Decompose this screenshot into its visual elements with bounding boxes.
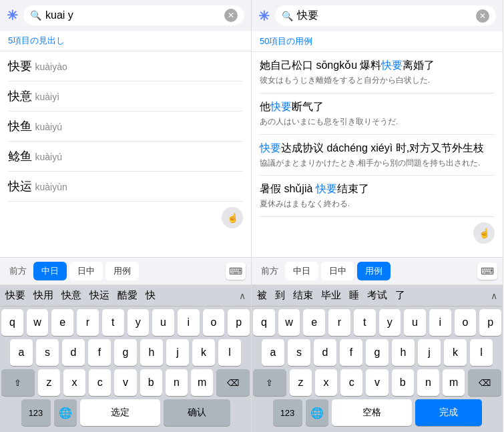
left-tab-rizhong[interactable]: 日中 [69, 262, 103, 280]
key-u[interactable]: u [152, 309, 174, 336]
right-key-b[interactable]: b [392, 369, 414, 396]
expand-suggestions-icon[interactable]: ∧ [239, 290, 246, 301]
key-b[interactable]: b [140, 369, 162, 396]
right-key-j[interactable]: j [418, 339, 441, 366]
right-key-n[interactable]: n [417, 369, 439, 396]
left-clear-button[interactable]: ✕ [224, 9, 238, 22]
right-key-g[interactable]: g [366, 339, 389, 366]
key-d[interactable]: d [62, 339, 85, 366]
key-c[interactable]: c [89, 369, 111, 396]
right-key-backspace[interactable]: ⌫ [468, 369, 501, 396]
key-z[interactable]: z [38, 369, 60, 396]
key-j[interactable]: j [166, 339, 189, 366]
key-r[interactable]: r [77, 309, 99, 336]
key-backspace[interactable]: ⌫ [216, 369, 250, 396]
suggestion-item[interactable]: 毕业 [321, 289, 341, 302]
key-e[interactable]: e [51, 309, 73, 336]
suggestion-item[interactable]: 到 [275, 289, 285, 302]
right-search-wrapper[interactable]: 🔍 快要 ✕ [275, 5, 496, 26]
right-tab-rizhong[interactable]: 日中 [321, 262, 354, 280]
key-q[interactable]: q [1, 309, 23, 336]
right-key-e[interactable]: e [303, 309, 325, 336]
left-tab-zhongri[interactable]: 中日 [33, 262, 67, 280]
key-m[interactable]: m [191, 369, 213, 396]
key-n[interactable]: n [166, 369, 188, 396]
right-key-done[interactable]: 完成 [415, 399, 482, 426]
suggestion-item[interactable]: 快运 [89, 289, 109, 302]
key-o[interactable]: o [203, 309, 225, 336]
list-item[interactable]: 快鱼 kuàiyú [8, 112, 243, 142]
key-x[interactable]: x [63, 369, 85, 396]
key-i[interactable]: i [178, 309, 200, 336]
key-globe[interactable]: 🌐 [54, 399, 77, 426]
example-item[interactable]: 快要达成协议 dáchéng xiéyì 时,对方又节外生枝 協議がまとまりかけ… [260, 135, 495, 176]
suggestion-item[interactable]: 酷愛 [117, 289, 138, 302]
right-tab-examples[interactable]: 用例 [357, 262, 391, 280]
right-key-w[interactable]: w [278, 309, 300, 336]
suggestion-item[interactable]: 了 [395, 289, 405, 302]
right-key-y[interactable]: y [379, 309, 401, 336]
right-key-s[interactable]: s [288, 339, 310, 366]
suggestion-item[interactable]: 快要 [5, 289, 25, 302]
right-key-123[interactable]: 123 [273, 399, 302, 426]
left-search-text[interactable]: kuai y [45, 9, 220, 21]
left-keyboard-toggle[interactable]: ⌨ [226, 262, 246, 280]
right-key-c[interactable]: c [340, 369, 362, 396]
key-g[interactable]: g [114, 339, 137, 366]
right-key-p[interactable]: p [479, 309, 501, 336]
right-keyboard-toggle[interactable]: ⌨ [477, 262, 497, 280]
key-s[interactable]: s [36, 339, 59, 366]
key-shift[interactable]: ⇧ [1, 369, 35, 396]
key-w[interactable]: w [27, 309, 49, 336]
key-p[interactable]: p [228, 309, 250, 336]
right-key-o[interactable]: o [455, 309, 477, 336]
key-select[interactable]: 选定 [80, 399, 160, 426]
left-tab-examples[interactable]: 用例 [105, 262, 139, 280]
key-t[interactable]: t [102, 309, 124, 336]
key-k[interactable]: k [192, 339, 215, 366]
right-key-globe[interactable]: 🌐 [306, 399, 328, 426]
right-key-m[interactable]: m [443, 369, 465, 396]
right-tab-zhongri[interactable]: 中日 [285, 262, 318, 280]
key-y[interactable]: y [128, 309, 150, 336]
right-key-r[interactable]: r [328, 309, 350, 336]
right-key-z[interactable]: z [290, 369, 312, 396]
suggestion-item[interactable]: 结束 [293, 289, 313, 302]
right-search-text[interactable]: 快要 [297, 9, 472, 23]
example-item[interactable]: 暑假 shǔjià 快要结束了 夏休みはまもなく終わる. [260, 176, 495, 217]
key-confirm[interactable]: 确认 [164, 399, 230, 426]
right-key-i[interactable]: i [429, 309, 451, 336]
right-key-q[interactable]: q [253, 309, 275, 336]
example-item[interactable]: 她自己松口 sōngkǒu 爆料快要离婚了 彼女はもうじき離婚をすると自分から白… [260, 52, 495, 93]
right-key-t[interactable]: t [354, 309, 376, 336]
suggestion-item[interactable]: 考试 [367, 289, 387, 302]
right-scroll-icon[interactable]: ☝ [473, 222, 495, 244]
right-clear-button[interactable]: ✕ [476, 9, 489, 23]
right-key-l[interactable]: l [470, 339, 493, 366]
example-item[interactable]: 他快要断气了 あの人はいまにも息を引き取りそうだ. [260, 93, 495, 135]
right-key-v[interactable]: v [366, 369, 388, 396]
key-a[interactable]: a [10, 339, 33, 366]
left-search-wrapper[interactable]: 🔍 kuai y ✕ [23, 5, 244, 25]
key-f[interactable]: f [88, 339, 111, 366]
right-key-space[interactable]: 空格 [332, 399, 412, 426]
suggestion-item[interactable]: 睡 [349, 289, 359, 302]
right-key-h[interactable]: h [392, 339, 415, 366]
right-key-u[interactable]: u [404, 309, 426, 336]
list-item[interactable]: 快运 kuàiyùn [8, 172, 243, 202]
list-item[interactable]: 快意 kuàiyì [8, 81, 243, 112]
list-item[interactable]: 鲶鱼 kuàiyú [8, 142, 243, 172]
list-item[interactable]: 快要 kuàiyào [8, 51, 243, 81]
key-l[interactable]: l [218, 339, 241, 366]
suggestion-item[interactable]: 快用 [33, 289, 53, 302]
right-key-x[interactable]: x [315, 369, 337, 396]
suggestion-item[interactable]: 快意 [61, 289, 81, 302]
scroll-to-top-icon[interactable]: ☝ [222, 207, 243, 228]
right-key-d[interactable]: d [314, 339, 336, 366]
suggestion-item[interactable]: 快 [146, 289, 156, 302]
right-key-k[interactable]: k [444, 339, 467, 366]
suggestion-item[interactable]: 被 [257, 289, 267, 302]
right-key-f[interactable]: f [340, 339, 362, 366]
right-key-a[interactable]: a [262, 339, 284, 366]
right-expand-suggestions-icon[interactable]: ∧ [491, 290, 497, 301]
